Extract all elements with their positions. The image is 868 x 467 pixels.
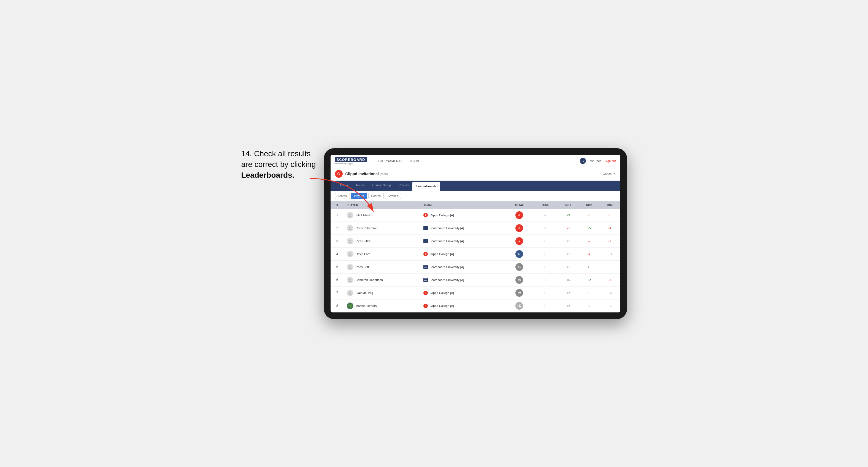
svg-point-10 bbox=[349, 268, 351, 269]
filter-teams[interactable]: Teams bbox=[335, 193, 350, 199]
team-logo bbox=[424, 265, 428, 269]
cell-rank: 6 bbox=[331, 273, 344, 286]
cell-player: Chris Robertson bbox=[344, 221, 421, 235]
cell-total: +6 bbox=[505, 273, 533, 286]
instruction-text2: are correct by clicking bbox=[241, 160, 316, 168]
col-thru: THRU bbox=[533, 201, 558, 209]
cell-player: Rich Butler bbox=[344, 235, 421, 247]
team-name: Clippd College [A] bbox=[430, 304, 454, 308]
nav-teams[interactable]: TEAMS bbox=[409, 158, 421, 164]
table-row: 5 Rees Britt Scoreboard University [A]+1… bbox=[331, 260, 620, 273]
signout-link[interactable]: Sign out bbox=[604, 159, 616, 162]
score-badge: +1 bbox=[516, 263, 523, 271]
player-name: Rich Butler bbox=[355, 240, 371, 243]
cell-team: CClippd College [A] bbox=[421, 286, 505, 299]
cell-rd1: +2 bbox=[558, 299, 579, 312]
player-avatar bbox=[347, 264, 353, 270]
svg-point-9 bbox=[349, 266, 351, 267]
svg-point-11 bbox=[349, 279, 351, 280]
cell-rank: 1 bbox=[331, 209, 344, 222]
cell-rank: 8 bbox=[331, 299, 344, 312]
table-row: 4 David FordCClippd College [A]EF+1-4+3 bbox=[331, 247, 620, 260]
col-total: TOTAL bbox=[505, 201, 533, 209]
col-rd2: RD2 bbox=[579, 201, 599, 209]
instruction-block: 14. Check all results are correct by cli… bbox=[241, 148, 316, 181]
player-avatar: 🌿 bbox=[347, 303, 353, 309]
filter-strokes[interactable]: Strokes bbox=[385, 193, 401, 199]
cell-total: -8 bbox=[505, 209, 533, 222]
cell-rank: 2 bbox=[331, 221, 344, 235]
team-logo: C bbox=[424, 304, 428, 308]
team-logo: C bbox=[424, 213, 428, 217]
app-logo: SCOREBOARD Powered by clippd bbox=[335, 157, 367, 165]
cell-rd1: +2 bbox=[558, 286, 579, 299]
cancel-icon: ✕ bbox=[614, 172, 616, 176]
team-name: Scoreboard University [A] bbox=[430, 265, 464, 269]
filter-players[interactable]: Players bbox=[351, 193, 367, 199]
cell-rank: 5 bbox=[331, 260, 344, 273]
logo-main-text: SCOREBOARD bbox=[335, 157, 367, 162]
cell-rank: 4 bbox=[331, 247, 344, 260]
col-rd3: RD3 bbox=[599, 201, 620, 209]
outer-wrapper: 14. Check all results are correct by cli… bbox=[241, 148, 627, 319]
team-logo bbox=[424, 226, 428, 230]
cell-thru: F bbox=[533, 221, 558, 235]
user-label: Test User | bbox=[588, 159, 602, 162]
cell-team: CClippd College [A] bbox=[421, 247, 505, 260]
player-name: Marcus Turners bbox=[355, 304, 377, 308]
instruction-bold: Leaderboards. bbox=[241, 171, 294, 179]
player-name: Cameron Robertson bbox=[355, 278, 383, 282]
cancel-button[interactable]: Cancel ✕ bbox=[603, 172, 616, 176]
cell-team: Scoreboard University [A] bbox=[421, 221, 505, 235]
table-row: 6 Cameron Robertson Scoreboard Universit… bbox=[331, 273, 620, 286]
svg-point-1 bbox=[349, 214, 351, 215]
score-badge: -4 bbox=[516, 224, 523, 232]
cell-rd1: +3 bbox=[558, 209, 579, 222]
col-rd1: RD1 bbox=[558, 201, 579, 209]
player-name: Rees Britt bbox=[355, 265, 369, 269]
team-name: Scoreboard University [A] bbox=[430, 278, 464, 282]
team-name: Scoreboard University [A] bbox=[430, 240, 464, 243]
filter-scores[interactable]: Scores bbox=[368, 193, 384, 199]
cell-thru: F bbox=[533, 235, 558, 247]
tab-course-setup[interactable]: Course Setup bbox=[369, 181, 395, 191]
cell-rank: 3 bbox=[331, 235, 344, 247]
player-avatar bbox=[347, 277, 353, 283]
cell-team: Scoreboard University [A] bbox=[421, 273, 505, 286]
player-avatar bbox=[347, 251, 353, 257]
tab-teams[interactable]: Teams bbox=[352, 181, 368, 191]
cell-rd1: +1 bbox=[558, 260, 579, 273]
tab-leaderboards[interactable]: Leaderboards bbox=[412, 182, 440, 191]
cell-rd1: +1 bbox=[558, 235, 579, 247]
nav-tournaments[interactable]: TOURNAMENTS bbox=[378, 158, 402, 164]
svg-point-2 bbox=[349, 216, 351, 217]
cell-rd1: -5 bbox=[558, 221, 579, 235]
svg-point-14 bbox=[349, 293, 351, 295]
cell-rank: 7 bbox=[331, 286, 344, 299]
tournament-logo: C bbox=[335, 170, 343, 178]
player-name: David Ford bbox=[355, 252, 371, 256]
cell-total: -2 bbox=[505, 235, 533, 247]
cell-player: 🌿Marcus Turners bbox=[344, 299, 421, 312]
tab-results[interactable]: Results bbox=[395, 181, 413, 191]
cell-total: +9 bbox=[505, 286, 533, 299]
cell-rd3: -5 bbox=[599, 209, 620, 222]
cell-team: Scoreboard University [A] bbox=[421, 235, 505, 247]
player-avatar bbox=[347, 289, 353, 296]
table-row: 8🌿Marcus TurnersCClippd College [A]+11F+… bbox=[331, 299, 620, 312]
cell-player: Blair McHarg bbox=[344, 286, 421, 299]
score-badge: -8 bbox=[516, 211, 523, 219]
cell-total: E bbox=[505, 247, 533, 260]
top-nav: SCOREBOARD Powered by clippd TOURNAMENTS… bbox=[331, 155, 620, 167]
team-name: Clippd College [A] bbox=[430, 214, 454, 217]
cell-rd2: +1 bbox=[579, 286, 599, 299]
svg-point-6 bbox=[349, 242, 351, 243]
cell-player: Elliot Ebert bbox=[344, 209, 421, 222]
cell-thru: F bbox=[533, 273, 558, 286]
leaderboard-table: # PLAYER TEAM TOTAL THRU RD1 RD2 RD3 1 E… bbox=[331, 201, 620, 312]
cell-player: Cameron Robertson bbox=[344, 273, 421, 286]
score-badge: +11 bbox=[516, 302, 523, 310]
tab-details[interactable]: Details bbox=[335, 181, 352, 191]
filter-bar: Teams Players Scores Strokes bbox=[331, 191, 620, 201]
tablet-screen: SCOREBOARD Powered by clippd TOURNAMENTS… bbox=[331, 155, 620, 312]
